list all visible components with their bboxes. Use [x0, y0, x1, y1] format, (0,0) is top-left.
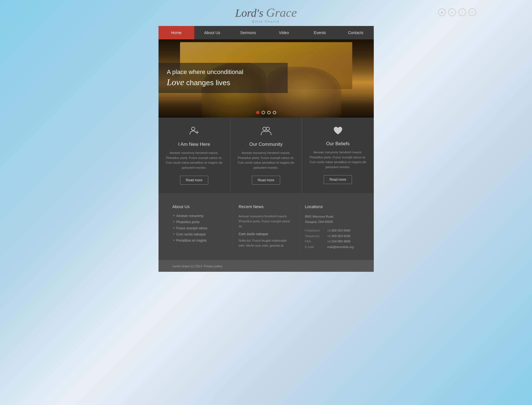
footer-about-item-5[interactable]: Penatibus et magnis [172, 239, 227, 242]
slider-dot-2[interactable] [262, 111, 265, 114]
card-beliefs-title: Our Beliefs [309, 141, 367, 147]
telephone-value: +1 959 603 6035 [327, 234, 351, 239]
footer-freephone-row: Freephone: +1 800 559 6580 [305, 228, 360, 234]
new-here-icon [165, 126, 223, 138]
footer-locations-column: Locations 8901 Marmora Road, Glasgow, D0… [299, 204, 365, 251]
svg-point-4 [266, 127, 269, 130]
footer: About Us Aenean nonummy Phasellus porta … [159, 193, 374, 260]
card-community-title: Our Community [237, 142, 295, 147]
card-beliefs-text: Aenean nonummy hendrerit mauris. Phasell… [309, 150, 367, 170]
community-icon [237, 126, 295, 138]
footer-news-item2-text: Nulla dui. Fusce feugiat malesuada odio.… [239, 238, 294, 248]
freephone-label: Freephone: [305, 228, 325, 234]
slider-dots [256, 111, 276, 114]
facebook-icon[interactable]: f [458, 8, 466, 16]
nav-item-about[interactable]: About Us [194, 26, 230, 39]
slider-dot-4[interactable] [273, 111, 276, 114]
card-new-here: I Am New Here Aenean nonummy hendrerit m… [159, 118, 230, 193]
hero-cursive-word: Love [167, 77, 184, 87]
footer-locations-title: Locations [305, 204, 360, 209]
logo-tagline: Bible Church [235, 20, 297, 23]
email-label: E-mail: [305, 244, 325, 250]
hero-changes-lives: changes lives [186, 78, 230, 87]
svg-point-3 [263, 127, 266, 130]
footer-address-line1: 8901 Marmora Road, [305, 215, 334, 218]
fax-label: FAX: [305, 239, 325, 244]
hero-line1: A place where unconditional [167, 68, 279, 76]
footer-fax-row: FAX: +1 504 889 9898 [305, 239, 360, 244]
email-value: mail@demolink.org [327, 244, 354, 250]
beliefs-icon [309, 126, 367, 138]
copyright-bar: Lord's Grace (c) 2013. Privacy policy [159, 260, 374, 272]
footer-news-item2-title: Cum sociis natoque [239, 232, 294, 236]
fax-value: +1 504 889 9898 [327, 239, 351, 244]
nav-item-video[interactable]: Video [266, 26, 302, 39]
telephone-label: Telephone: [305, 234, 325, 239]
footer-news-item1: Aenean nonummy hendrerit mauris. Phasell… [239, 214, 294, 229]
feature-cards: I Am New Here Aenean nonummy hendrerit m… [159, 118, 374, 193]
nav-item-home[interactable]: Home [159, 26, 194, 39]
footer-about-title: About Us [172, 204, 227, 209]
hero-line2: Love changes lives [167, 77, 279, 87]
main-container: Home About Us Sermons Video Events Conta… [159, 26, 374, 260]
card-new-here-text: Aenean nonummy hendrerit mauris. Phasell… [165, 151, 223, 170]
logo-text: Lord's Grace [235, 6, 297, 20]
footer-contact-details: Freephone: +1 800 559 6580 Telephone: +1… [305, 228, 360, 250]
footer-news-column: Recent News Aenean nonummy hendrerit mau… [233, 204, 299, 251]
nav-item-events[interactable]: Events [302, 26, 338, 39]
footer-news-title: Recent News [239, 204, 294, 209]
footer-about-item-4[interactable]: Cum sociis natoque [172, 232, 227, 236]
slider-dot-3[interactable] [267, 111, 271, 114]
freephone-value: +1 800 559 6580 [327, 228, 351, 234]
twitter-icon[interactable]: ✶ [448, 8, 456, 16]
logo-grace: Grace [266, 6, 297, 20]
nav-item-sermons[interactable]: Sermons [230, 26, 266, 39]
footer-telephone-row: Telephone: +1 959 603 6035 [305, 234, 360, 239]
navigation: Home About Us Sermons Video Events Conta… [159, 26, 374, 39]
read-more-beliefs-button[interactable]: Read more [324, 175, 352, 184]
logo-lords: Lord's [235, 7, 266, 19]
logo[interactable]: Lord's Grace Bible Church [235, 6, 297, 23]
footer-address: 8901 Marmora Road, Glasgow, D04 89GR. [305, 214, 360, 224]
footer-about-item-2[interactable]: Phasellus porta [172, 220, 227, 224]
read-more-community-button[interactable]: Read more [252, 176, 280, 185]
copyright-text: Lord's Grace (c) 2013. Privacy policy [172, 265, 223, 268]
footer-about-column: About Us Aenean nonummy Phasellus porta … [167, 204, 233, 251]
social-icons: ■ ✶ f + [438, 8, 476, 16]
card-beliefs: Our Beliefs Aenean nonummy hendrerit mau… [302, 118, 374, 193]
nav-item-contacts[interactable]: Contacts [338, 26, 373, 39]
rss-icon[interactable]: ■ [438, 8, 446, 16]
card-community-text: Aenean nonummy hendrerit mauris. Phasell… [237, 151, 295, 170]
slider-dot-1[interactable] [256, 111, 259, 114]
card-new-here-title: I Am New Here [165, 142, 223, 147]
header: Lord's Grace Bible Church ■ ✶ f + [0, 0, 532, 26]
svg-point-0 [191, 127, 195, 130]
hero-overlay: A place where unconditional Love changes… [159, 63, 288, 93]
footer-about-item-1[interactable]: Aenean nonummy [172, 214, 227, 218]
footer-address-line2: Glasgow, D04 89GR. [305, 220, 334, 223]
footer-email-row: E-mail: mail@demolink.org [305, 244, 360, 250]
footer-about-item-3[interactable]: Fusce suscipit varius [172, 226, 227, 230]
card-community: Our Community Aenean nonummy hendrerit m… [230, 118, 302, 193]
read-more-new-here-button[interactable]: Read more [180, 176, 208, 185]
footer-about-list: Aenean nonummy Phasellus porta Fusce sus… [172, 214, 227, 242]
hero-slider: A place where unconditional Love changes… [159, 39, 374, 118]
plus-icon[interactable]: + [468, 8, 476, 16]
